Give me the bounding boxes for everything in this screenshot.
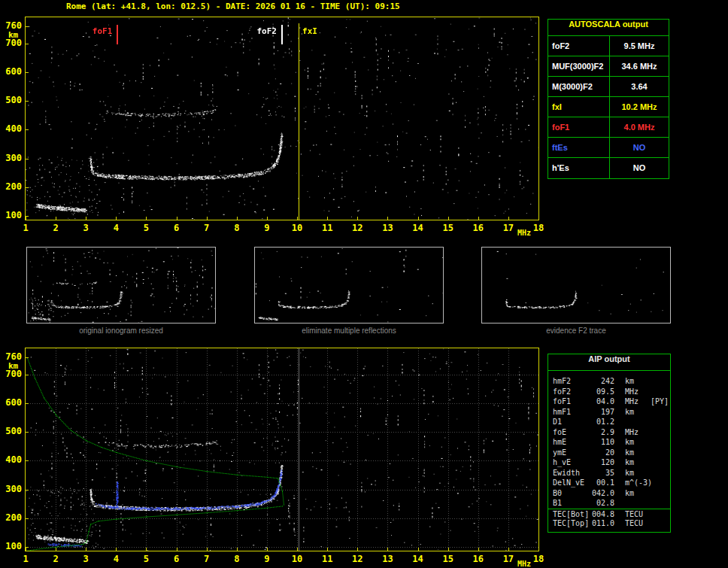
param-label: h'Es (548, 158, 610, 178)
station-title: Rome (lat: +41.8, lon: 012.5) - DATE: 20… (66, 2, 400, 12)
x-tick-label: 6 (174, 223, 179, 232)
param-extra (651, 437, 670, 448)
param-name: hmE (548, 437, 589, 448)
x-axis-unit: MHz (517, 229, 531, 237)
scaled-ionogram-plot (25, 17, 539, 220)
aip-row: foF209.5MHz (548, 387, 670, 397)
autoscala-row: MUF(3000)F234.6 MHz (548, 56, 669, 77)
param-value: 011.0 (589, 518, 614, 529)
param-value: 02.8 (589, 498, 614, 509)
param-label: fxI (548, 97, 610, 117)
x-tick-label: 5 (144, 223, 149, 232)
param-value: NO (610, 138, 669, 157)
inversion-ionogram-plot (25, 348, 539, 551)
param-unit: MHz (614, 387, 651, 397)
x-tick-label: 11 (322, 554, 332, 563)
param-name: B0 (548, 488, 589, 499)
param-unit: MHz (614, 427, 651, 438)
y-axis-unit: km (8, 31, 18, 39)
y-tick-label: 760 (2, 352, 22, 361)
aip-row: ymE20km (548, 448, 670, 458)
ionogram-canvas-top (26, 17, 538, 220)
param-value: 35 (589, 468, 614, 478)
x-tick-label: 5 (144, 554, 149, 563)
param-extra (651, 457, 670, 468)
aip-row: hmF1197km (548, 407, 670, 418)
param-name: TEC[Top] (548, 518, 589, 529)
x-tick-label: 17 (503, 554, 514, 563)
aip-row: DelN_vE00.1m^(-3) (548, 478, 670, 488)
x-tick-label: 18 (533, 223, 544, 232)
autoscala-row: ftEsNO (548, 138, 669, 158)
autoscala-table-header: AUTOSCALA output (548, 20, 669, 36)
x-tick-label: 18 (533, 554, 544, 563)
param-value: 01.2 (589, 417, 614, 427)
y-tick-label: 760 (2, 21, 22, 30)
param-value: 20 (589, 448, 614, 458)
param-extra (651, 448, 670, 458)
param-label: foF2 (548, 36, 610, 56)
param-value: 242 (589, 376, 614, 387)
param-name: foF1 (548, 396, 589, 407)
x-tick-label: 7 (204, 554, 209, 563)
param-unit: m^(-3) (614, 478, 651, 488)
autoscala-row: foF29.5 MHz (548, 36, 669, 56)
x-tick-label: 4 (114, 223, 119, 232)
ionogram-canvas-bottom (26, 348, 538, 551)
x-tick-label: 12 (352, 223, 362, 232)
y-tick-label: 600 (2, 398, 22, 407)
x-tick-label: 15 (442, 554, 453, 563)
param-value: 004.8 (589, 509, 614, 520)
param-unit (614, 417, 651, 427)
param-label: M(3000)F2 (548, 77, 610, 96)
param-extra (651, 376, 670, 387)
aip-row: TEC[Bot]004.8TECU (548, 509, 670, 519)
thumbnail-caption-f2-trace: evidence F2 trace (481, 327, 671, 336)
x-tick-label: 13 (382, 554, 393, 563)
param-value: NO (610, 158, 669, 178)
autoscala-row: M(3000)F23.64 (548, 77, 669, 97)
param-unit: km (614, 376, 651, 387)
x-axis-unit: MHz (517, 560, 531, 568)
y-tick-label: 400 (2, 124, 22, 133)
aip-row: hmE110km (548, 437, 670, 448)
aip-row: foF104.0MHz[PY] (548, 396, 670, 407)
y-tick-label: 200 (2, 513, 22, 522)
y-tick-label: 500 (2, 96, 22, 105)
param-value: 3.64 (610, 77, 669, 96)
param-name: foF2 (548, 387, 589, 397)
aip-row: hmF2242km (548, 376, 670, 387)
param-name: ymE (548, 448, 589, 458)
autoscala-table-rows: foF29.5 MHzMUF(3000)F234.6 MHzM(3000)F23… (548, 36, 669, 178)
param-unit: km (614, 488, 651, 499)
param-unit: TECU (614, 509, 651, 520)
param-value: 2.9 (589, 427, 614, 438)
param-value: 10.2 MHz (610, 97, 669, 117)
y-tick-label: 600 (2, 67, 22, 76)
param-value: 110 (589, 437, 614, 448)
x-tick-label: 14 (412, 223, 423, 232)
y-tick-label: 400 (2, 455, 22, 464)
param-value: 9.5 MHz (610, 36, 669, 56)
x-tick-label: 9 (264, 223, 269, 232)
aip-row: TEC[Top]011.0TECU (548, 518, 670, 529)
x-tick-label: 15 (442, 223, 453, 232)
param-extra (651, 427, 670, 438)
x-tick-label: 4 (114, 554, 119, 563)
autoscala-row: h'EsNO (548, 158, 669, 178)
x-tick-label: 6 (174, 554, 179, 563)
aip-row: Ewidth35km (548, 468, 670, 478)
param-unit: MHz (614, 396, 651, 407)
param-value: 042.0 (589, 488, 614, 499)
param-value: 00.1 (589, 478, 614, 488)
x-tick-label: 10 (292, 554, 302, 563)
marker-label-foF1: foF1 (93, 27, 113, 35)
param-value: 09.5 (589, 387, 614, 397)
param-extra (651, 488, 670, 499)
param-value: 4.0 MHz (610, 117, 669, 137)
param-unit: km (614, 448, 651, 458)
marker-label-foF2: foF2 (257, 27, 278, 35)
x-tick-label: 2 (53, 554, 58, 563)
thumbnail-original-ionogram (26, 247, 216, 323)
param-name: TEC[Bot] (548, 509, 589, 520)
